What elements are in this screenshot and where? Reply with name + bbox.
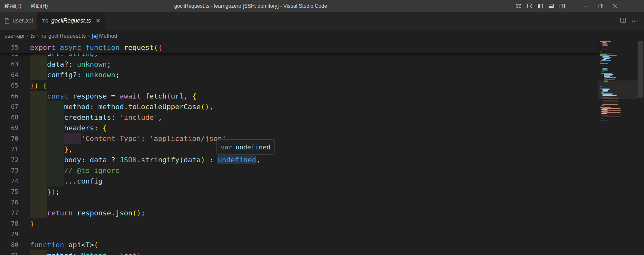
token: JSON [120,156,137,164]
token: ) [34,81,38,90]
minimap-line [600,107,611,108]
sticky-scroll-line[interactable]: 55export async function request({ [0,42,598,53]
editor-actions: ⋯ [620,12,638,30]
token: , [141,251,145,255]
token: ( [167,92,171,100]
tooltip-name: undefined [235,143,270,151]
code-line: 72 body: data ? JSON.stringify(data) : u… [0,155,598,165]
token: 'Content-Type' [81,135,141,143]
token: request [124,43,154,52]
menu-help[interactable]: 帮助(H) [26,0,52,12]
breadcrumb-folder[interactable]: user-api [5,33,24,39]
code-editor[interactable]: 62 url: string;63 data?: unknown;64 conf… [0,42,598,255]
token: . [111,209,115,217]
line-number: 69 [0,123,18,133]
token: ?: [72,71,85,79]
minimap-line [602,45,608,46]
code-line: 67 method: method.toLocaleUpperCase(), [0,101,598,112]
close-tab-icon[interactable]: ✕ [96,17,100,24]
token: { [43,81,47,90]
token: // @ts-ignore [64,166,120,175]
minimap-line [602,90,608,91]
code-text: // @ts-ignore [30,165,120,176]
minimap-line [602,99,619,99]
code-line: 68 credentials: 'include', [0,112,598,123]
token: > [90,241,94,249]
token: body [64,156,81,164]
code-line: 70 'Content-Type': 'application/json' [0,133,598,144]
tab-bar: user.api TS gocliRequest.ts ✕ [0,12,644,30]
toggle-sidebar-right-icon[interactable] [557,0,568,12]
token: ( [179,156,184,164]
token: : [111,113,120,121]
breadcrumb-symbol[interactable]: Method [99,33,117,39]
tab-label: gocliRequest.ts [51,17,91,24]
chevron-right-icon: › [88,33,90,39]
code-text: }, [30,144,72,155]
ts-icon: TS [41,34,46,39]
token: = [111,251,120,255]
code-line: 55export async function request({ [0,42,598,53]
token: method [47,251,72,255]
minimap[interactable] [598,30,638,255]
minimap-line [601,85,614,85]
breadcrumb-folder[interactable]: ts [31,33,35,39]
code-text: function api<T>( [30,240,98,250]
minimap-line [601,111,608,112]
minimap-line [602,57,611,58]
code-text: body: data ? JSON.stringify(data) : unde… [30,155,260,165]
line-number: 64 [0,70,18,80]
code-line: 77 return response.json(); [0,208,598,218]
minimap-line [600,88,610,89]
breadcrumb-file[interactable]: gocliRequest.ts [48,33,86,39]
line-number: 67 [0,101,18,112]
menu-terminal[interactable]: 终端(T) [0,0,26,12]
customize-layout-icon[interactable] [524,0,535,12]
minimap-line [600,120,608,120]
token: await [120,92,145,100]
file-icon [5,18,10,24]
minimap-line [600,55,617,56]
token: T [85,241,90,249]
line-number: 63 [0,59,18,70]
code-text: method: method.toLocaleUpperCase(), [30,101,214,112]
token: } [30,81,34,90]
minimap-line [602,69,607,70]
tab-label: user.api [13,17,33,24]
minimap-line [602,102,617,102]
line-number: 66 [0,91,18,101]
code-line: 74 ...config [0,176,598,186]
code-line: 64 config?: unknown; [0,70,598,80]
code-text: return response.json(); [30,208,145,218]
vscode-window: 终端(T) 帮助(H) gocliRequest.ts - learngozer… [0,0,644,255]
minimap-line [604,79,606,79]
minimap-line [600,51,602,52]
vertical-scrollbar[interactable] [638,41,643,98]
token: json [115,209,132,217]
code-text: data?: unknown; [30,59,111,70]
token: const [47,92,72,100]
copilot-icon[interactable] [513,0,524,12]
token: : [141,135,149,143]
token: fetch [145,92,167,100]
tab-user-api[interactable]: user.api [0,12,38,30]
token: ) [51,188,55,196]
close-icon[interactable] [608,0,623,12]
minimize-icon[interactable] [578,0,593,12]
minimap-line [600,67,618,67]
restore-icon[interactable] [593,0,608,12]
toggle-sidebar-left-icon[interactable] [535,0,546,12]
token: config [77,177,102,185]
token: ? [111,156,120,164]
tab-goclirequest[interactable]: TS gocliRequest.ts ✕ [38,12,105,30]
minimap-line [602,59,606,60]
token: method [98,103,124,111]
token: data [90,156,111,164]
minimap-line [602,117,620,117]
minimap-line [602,91,608,92]
hover-tooltip: var undefined [216,139,275,155]
minimap-line [602,68,608,69]
more-actions-icon[interactable]: ⋯ [631,18,638,24]
toggle-panel-icon[interactable] [546,0,557,12]
split-editor-icon[interactable] [620,17,626,24]
